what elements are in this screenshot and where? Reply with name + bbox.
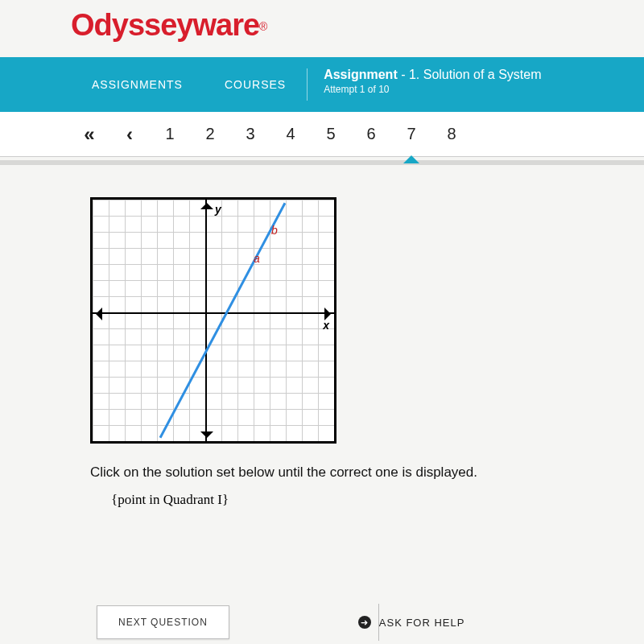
nav-courses[interactable]: COURSES — [204, 57, 307, 112]
question-num-7[interactable]: 7 — [393, 125, 430, 143]
assignment-info: Assignment - 1. Solution of a System Att… — [308, 57, 557, 112]
attempt-text: Attempt 1 of 10 — [324, 84, 541, 95]
assignment-name: - 1. Solution of a System — [401, 68, 541, 81]
footer-bar: NEXT QUESTION ➜ ASK FOR HELP — [0, 605, 644, 644]
brand-logo: Odysseyware® — [0, 0, 644, 57]
nav-assignments[interactable]: ASSIGNMENTS — [71, 57, 204, 112]
main-nav: ASSIGNMENTS COURSES Assignment - 1. Solu… — [0, 57, 644, 112]
ask-label: ASK FOR HELP — [379, 617, 465, 629]
y-axis-label: y — [215, 203, 221, 216]
footer-divider — [378, 604, 379, 641]
question-num-2[interactable]: 2 — [192, 125, 229, 143]
x-axis-label: x — [323, 319, 329, 332]
brand-reg: ® — [259, 20, 267, 33]
coordinate-graph[interactable]: y x a b — [90, 197, 336, 444]
line-label-a: a — [254, 252, 260, 265]
prev-question-button[interactable]: ‹ — [111, 123, 148, 146]
first-question-button[interactable]: « — [71, 123, 108, 146]
help-icon: ➜ — [358, 616, 371, 629]
question-content: y x a b Click on the solution set below … — [0, 165, 644, 508]
question-num-1[interactable]: 1 — [151, 125, 188, 143]
instruction-text: Click on the solution set below until th… — [90, 464, 644, 481]
answer-option[interactable]: {point in Quadrant I} — [111, 492, 644, 508]
question-num-8[interactable]: 8 — [433, 125, 470, 143]
question-num-4[interactable]: 4 — [272, 125, 309, 143]
assignment-label: Assignment — [324, 68, 398, 81]
question-num-6[interactable]: 6 — [353, 125, 390, 143]
ask-for-help-button[interactable]: ➜ ASK FOR HELP — [358, 616, 465, 629]
question-nav: « ‹ 1 2 3 4 5 6 7 8 — [0, 112, 644, 157]
brand-name: Odysseyware — [71, 8, 259, 42]
question-num-3[interactable]: 3 — [232, 125, 269, 143]
next-question-button[interactable]: NEXT QUESTION — [97, 605, 229, 639]
graph-line — [159, 203, 287, 439]
question-num-5[interactable]: 5 — [312, 125, 349, 143]
line-label-b: b — [271, 224, 278, 237]
